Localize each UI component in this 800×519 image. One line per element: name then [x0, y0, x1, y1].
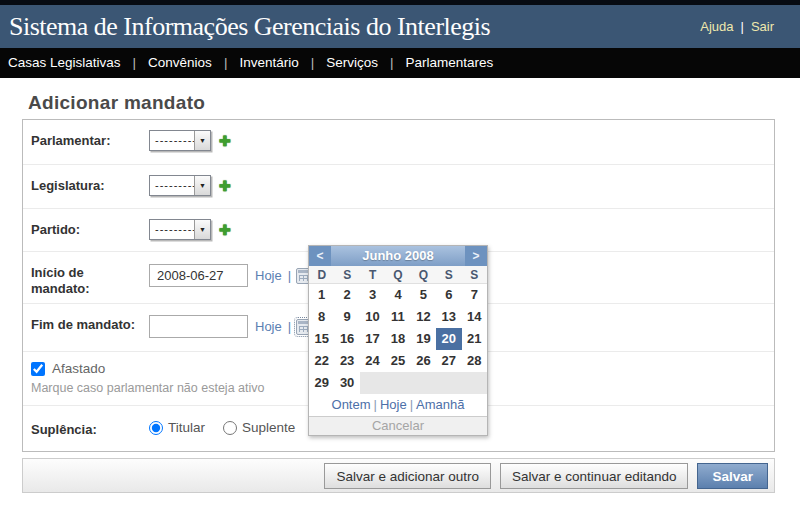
calendar-day-2[interactable]: 2	[334, 284, 359, 306]
masthead-separator: |	[740, 19, 743, 34]
fim-mandato-input[interactable]	[149, 315, 248, 338]
legislatura-select[interactable]: --------- ▼	[149, 175, 211, 196]
save-and-continue-button[interactable]: Salvar e continuar editando	[500, 463, 688, 489]
calendar-day-27[interactable]: 27	[436, 350, 461, 372]
calendar-day-1[interactable]: 1	[309, 284, 334, 306]
calendar-day-16[interactable]: 16	[334, 328, 359, 350]
hoje-separator: |	[288, 268, 291, 283]
calendar-prev-month-button[interactable]: <	[309, 246, 331, 266]
inicio-hoje-link[interactable]: Hoje	[255, 268, 282, 283]
calendar-day-3[interactable]: 3	[360, 284, 385, 306]
calendar-day-8[interactable]: 8	[309, 306, 334, 328]
save-button[interactable]: Salvar	[697, 463, 768, 489]
fim-hoje-link[interactable]: Hoje	[255, 319, 282, 334]
inicio-mandato-input[interactable]	[149, 264, 248, 287]
afastado-help-text: Marque caso parlamentar não esteja ativo	[31, 381, 264, 395]
calendar-quick-links: Ontem|Hoje|Amanhã	[309, 394, 487, 416]
help-link[interactable]: Ajuda	[700, 19, 733, 34]
calendar-day-22[interactable]: 22	[309, 350, 334, 372]
calendar-day-23[interactable]: 23	[334, 350, 359, 372]
fim-mandato-label: Fim de mandato:	[31, 317, 143, 333]
calendar-empty-cell	[411, 372, 436, 394]
calendar-day-12[interactable]: 12	[411, 306, 436, 328]
form-row-parlamentar: Parlamentar: --------- ▼ ✚	[23, 120, 774, 164]
calendar-day-name: S	[462, 266, 487, 284]
calendar-day-name: T	[360, 266, 385, 284]
form-row-legislatura: Legislatura: --------- ▼ ✚	[23, 164, 774, 208]
calendar-link-hoje[interactable]: Hoje	[380, 397, 407, 412]
dropdown-arrow-icon: ▼	[194, 131, 210, 150]
calendar-popup: < Junho 2008 > DSTQQSS 12345678910111213…	[308, 245, 488, 436]
nav-separator: |	[311, 55, 315, 70]
calendar-day-5[interactable]: 5	[411, 284, 436, 306]
legislatura-select-value: ---------	[150, 176, 194, 195]
nav-item-casas-legislativas[interactable]: Casas Legislativas	[8, 55, 121, 70]
masthead-links: Ajuda|Sair	[700, 5, 774, 48]
calendar-day-29[interactable]: 29	[309, 372, 334, 394]
add-legislatura-icon[interactable]: ✚	[219, 178, 231, 194]
calendar-day-14[interactable]: 14	[462, 306, 487, 328]
parlamentar-select-value: ---------	[150, 131, 194, 150]
calendar-month-title: Junho 2008	[331, 246, 465, 266]
calendar-cancel-button[interactable]: Cancelar	[309, 416, 487, 435]
calendar-day-name: S	[436, 266, 461, 284]
calendar-day-names: DSTQQSS	[309, 266, 487, 284]
nav-item-convenios[interactable]: Convênios	[148, 55, 212, 70]
logout-link[interactable]: Sair	[751, 19, 774, 34]
add-parlamentar-icon[interactable]: ✚	[219, 133, 231, 149]
calendar-day-30[interactable]: 30	[334, 372, 359, 394]
calendar-day-15[interactable]: 15	[309, 328, 334, 350]
calendar-empty-cell	[385, 372, 410, 394]
calendar-day-17[interactable]: 17	[360, 328, 385, 350]
calendar-day-4[interactable]: 4	[385, 284, 410, 306]
calendar-link-separator: |	[410, 397, 413, 412]
titular-radio[interactable]	[149, 421, 163, 435]
save-and-add-another-button[interactable]: Salvar e adicionar outro	[324, 463, 491, 489]
legislatura-label: Legislatura:	[31, 178, 143, 194]
calendar-day-13[interactable]: 13	[436, 306, 461, 328]
nav-item-servicos[interactable]: Serviços	[326, 55, 378, 70]
calendar-header: < Junho 2008 >	[309, 246, 487, 266]
calendar-day-7[interactable]: 7	[462, 284, 487, 306]
nav-separator: |	[390, 55, 394, 70]
calendar-day-20[interactable]: 20	[436, 328, 461, 350]
calendar-grid: 1234567891011121314151617181920212223242…	[309, 284, 487, 394]
calendar-day-6[interactable]: 6	[436, 284, 461, 306]
afastado-label: Afastado	[52, 361, 105, 376]
nav-separator: |	[224, 55, 228, 70]
calendar-day-9[interactable]: 9	[334, 306, 359, 328]
calendar-day-26[interactable]: 26	[411, 350, 436, 372]
nav-item-inventario[interactable]: Inventário	[239, 55, 298, 70]
calendar-link-ontem[interactable]: Ontem	[332, 397, 371, 412]
suplencia-label: Suplência:	[31, 422, 143, 438]
calendar-day-28[interactable]: 28	[462, 350, 487, 372]
calendar-link-amanha[interactable]: Amanhã	[416, 397, 464, 412]
calendar-day-19[interactable]: 19	[411, 328, 436, 350]
partido-select[interactable]: --------- ▼	[149, 219, 211, 240]
calendar-day-10[interactable]: 10	[360, 306, 385, 328]
calendar-day-11[interactable]: 11	[385, 306, 410, 328]
calendar-empty-cell	[360, 372, 385, 394]
page-title: Adicionar mandato	[28, 92, 205, 114]
partido-select-value: ---------	[150, 220, 194, 239]
calendar-day-name: Q	[411, 266, 436, 284]
calendar-next-month-button[interactable]: >	[465, 246, 487, 266]
parlamentar-select[interactable]: --------- ▼	[149, 130, 211, 151]
afastado-checkbox[interactable]	[31, 362, 45, 376]
partido-label: Partido:	[31, 222, 143, 238]
dropdown-arrow-icon: ▼	[194, 176, 210, 195]
suplente-radio[interactable]	[223, 421, 237, 435]
calendar-day-25[interactable]: 25	[385, 350, 410, 372]
add-partido-icon[interactable]: ✚	[219, 222, 231, 238]
calendar-day-name: S	[334, 266, 359, 284]
calendar-day-24[interactable]: 24	[360, 350, 385, 372]
inicio-mandato-label: Início de mandato:	[31, 265, 143, 297]
calendar-day-18[interactable]: 18	[385, 328, 410, 350]
nav-separator: |	[133, 55, 137, 70]
nav-item-parlamentares[interactable]: Parlamentares	[405, 55, 493, 70]
submit-bar: Salvar e adicionar outro Salvar e contin…	[22, 458, 775, 493]
calendar-day-21[interactable]: 21	[462, 328, 487, 350]
calendar-empty-cell	[462, 372, 487, 394]
calendar-day-name: D	[309, 266, 334, 284]
main-nav: Casas Legislativas|Convênios|Inventário|…	[0, 48, 800, 78]
